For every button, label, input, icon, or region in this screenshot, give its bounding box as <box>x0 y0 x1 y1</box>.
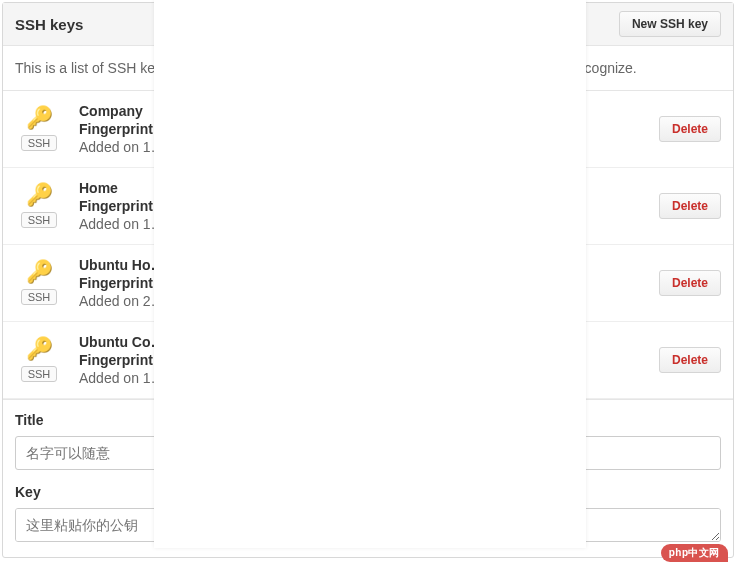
site-logo-badge: php中文网 <box>661 544 728 562</box>
white-overlay <box>154 0 586 548</box>
delete-key-button[interactable]: Delete <box>659 270 721 296</box>
delete-key-button[interactable]: Delete <box>659 193 721 219</box>
key-icon: 🔑 <box>26 261 53 283</box>
key-icon: 🔑 <box>26 184 53 206</box>
key-icon-column: 🔑 SSH <box>15 261 63 305</box>
key-icon-column: 🔑 SSH <box>15 338 63 382</box>
key-icon-column: 🔑 SSH <box>15 107 63 151</box>
panel-title: SSH keys <box>15 16 83 33</box>
key-icon: 🔑 <box>26 107 53 129</box>
ssh-badge: SSH <box>21 366 58 382</box>
delete-key-button[interactable]: Delete <box>659 347 721 373</box>
ssh-badge: SSH <box>21 289 58 305</box>
ssh-badge: SSH <box>21 212 58 228</box>
ssh-badge: SSH <box>21 135 58 151</box>
key-icon: 🔑 <box>26 338 53 360</box>
new-ssh-key-button[interactable]: New SSH key <box>619 11 721 37</box>
delete-key-button[interactable]: Delete <box>659 116 721 142</box>
key-icon-column: 🔑 SSH <box>15 184 63 228</box>
